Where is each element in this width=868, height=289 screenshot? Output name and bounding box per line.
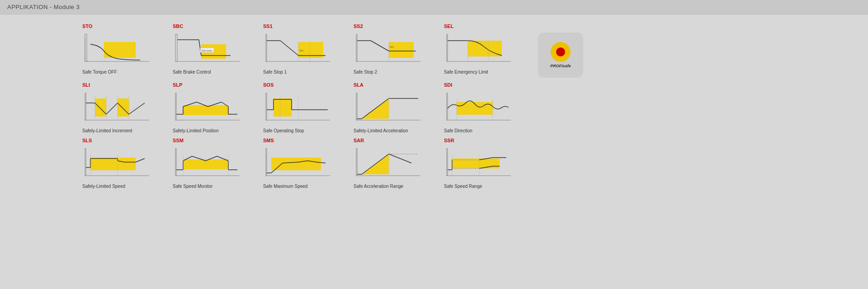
card-sms: SMS Safe Maximum Speed xyxy=(262,138,348,189)
label-ss2: SS2 xyxy=(353,23,363,29)
label-ssm: SSM xyxy=(172,138,184,143)
svg-text:Safe brake: Safe brake xyxy=(201,49,212,52)
svg-line-90 xyxy=(136,158,145,162)
svg-text:SS1: SS1 xyxy=(299,49,304,52)
name-sbc: Safe Brake Control xyxy=(172,70,211,75)
svg-text:SS2: SS2 xyxy=(390,46,394,48)
label-ssr: SSR xyxy=(443,138,454,143)
svg-rect-106 xyxy=(266,149,267,176)
svg-rect-69 xyxy=(356,93,357,120)
svg-line-16 xyxy=(280,41,298,56)
label-sar: SAR xyxy=(353,138,364,143)
chart-slp xyxy=(172,89,244,126)
svg-rect-76 xyxy=(447,93,448,120)
label-sms: SMS xyxy=(262,138,274,143)
chart-sbc: Safe brake xyxy=(172,31,244,67)
chart-sms xyxy=(262,145,335,181)
header-title: APPLIKATION - Module 3 xyxy=(7,4,80,10)
chart-sli xyxy=(81,89,154,126)
svg-rect-38 xyxy=(118,98,129,117)
svg-rect-0 xyxy=(85,34,87,61)
card-sbc: SBC Safe brake Safe Brake Control xyxy=(172,23,258,78)
card-ss1: SS1 SS1 Safe Stop 1 xyxy=(262,23,348,78)
name-sos: Safe Operating Stop xyxy=(262,128,304,133)
name-sto: Safe Torque OFF xyxy=(81,70,117,75)
chart-ss2: SS2 xyxy=(353,31,425,67)
svg-rect-48 xyxy=(175,93,176,120)
svg-line-8 xyxy=(199,40,201,56)
chart-sar xyxy=(353,145,425,181)
name-sls: Safely-Limited Speed xyxy=(81,184,125,189)
card-slp: SLP Safely-Limited Position xyxy=(172,82,258,133)
profisafe-text: PROFIsafe xyxy=(550,64,571,68)
label-sla: SLA xyxy=(353,82,363,88)
profisafe-logo: PROFIsafe xyxy=(538,33,583,78)
svg-line-43 xyxy=(129,103,145,114)
svg-line-25 xyxy=(371,41,389,51)
main-content: STO Safe Torque OFF SBC xyxy=(0,14,868,202)
app-header: APPLIKATION - Module 3 xyxy=(0,0,868,14)
card-sdi: SDI Safe Direction xyxy=(443,82,529,133)
label-sbc: SBC xyxy=(172,23,183,29)
card-sar: SAR Safe Acceleration Range xyxy=(353,138,439,189)
chart-sos xyxy=(262,89,335,126)
svg-rect-50 xyxy=(183,105,228,115)
svg-rect-123 xyxy=(447,149,448,176)
svg-rect-35 xyxy=(85,93,86,120)
svg-rect-4 xyxy=(175,34,177,61)
card-ssm: SSM Safe Speed Moni xyxy=(172,138,258,189)
svg-rect-93 xyxy=(175,149,176,176)
svg-rect-95 xyxy=(183,159,228,169)
name-ss2: Safe Stop 2 xyxy=(353,70,377,75)
profisafe-red-circle xyxy=(556,47,565,56)
chart-sel xyxy=(443,31,515,67)
card-sos: SOS Safe Operating Stop xyxy=(262,82,348,133)
chart-sto xyxy=(81,31,154,67)
svg-rect-61 xyxy=(274,98,292,117)
name-sli: Safely-Limited Increment xyxy=(81,128,132,133)
label-ss1: SS1 xyxy=(262,23,273,29)
card-sls: SLS Safely-Limited Speed xyxy=(81,138,167,189)
name-sms: Safe Maximum Speed xyxy=(262,184,307,189)
name-ss1: Safe Stop 1 xyxy=(262,70,287,75)
name-sdi: Safe Direction xyxy=(443,128,472,133)
profisafe-yellow-circle xyxy=(551,42,571,62)
svg-rect-59 xyxy=(266,93,267,120)
chart-sls xyxy=(81,145,154,181)
chart-ssm xyxy=(172,145,244,181)
svg-line-41 xyxy=(106,103,118,114)
label-sli: SLI xyxy=(81,82,90,88)
card-sla: SLA Safely-Limited Acceleration xyxy=(353,82,439,133)
svg-rect-81 xyxy=(85,149,86,176)
label-sel: SEL xyxy=(443,23,453,29)
svg-rect-108 xyxy=(271,158,321,170)
label-sto: STO xyxy=(81,23,92,29)
card-sel: SEL Safe Emergency Limit xyxy=(443,23,529,78)
card-profisafe: PROFIsafe xyxy=(533,23,588,78)
name-ssr: Safe Speed Range xyxy=(443,184,482,189)
card-sli: SLI Safely-Limited xyxy=(81,82,167,133)
chart-ssr xyxy=(443,145,515,181)
chart-ss1: SS1 xyxy=(262,31,335,67)
name-slp: Safely-Limited Position xyxy=(172,128,219,133)
name-sar: Safe Acceleration Range xyxy=(353,184,403,189)
card-ss2: SS2 SS2 Safe Stop 2 xyxy=(353,23,439,78)
card-sto: STO Safe Torque OFF xyxy=(81,23,167,78)
name-sel: Safe Emergency Limit xyxy=(443,70,488,75)
grid-row-2: SLI Safely-Limited xyxy=(81,82,787,133)
card-ssr: SSR Safe xyxy=(443,138,529,189)
svg-rect-37 xyxy=(95,98,106,117)
label-slp: SLP xyxy=(172,82,182,88)
label-sdi: SDI xyxy=(443,82,452,88)
svg-rect-12 xyxy=(266,34,267,61)
svg-rect-115 xyxy=(356,149,357,176)
grid-row-3: SLS Safely-Limited Speed xyxy=(81,138,787,189)
svg-line-121 xyxy=(389,154,411,163)
name-sla: Safely-Limited Acceleration xyxy=(353,128,408,133)
name-ssm: Safe Speed Monitor xyxy=(172,184,212,189)
svg-rect-29 xyxy=(447,34,448,61)
svg-rect-23 xyxy=(389,42,414,58)
chart-sla xyxy=(353,89,425,126)
label-sls: SLS xyxy=(81,138,92,143)
svg-rect-83 xyxy=(90,158,136,170)
